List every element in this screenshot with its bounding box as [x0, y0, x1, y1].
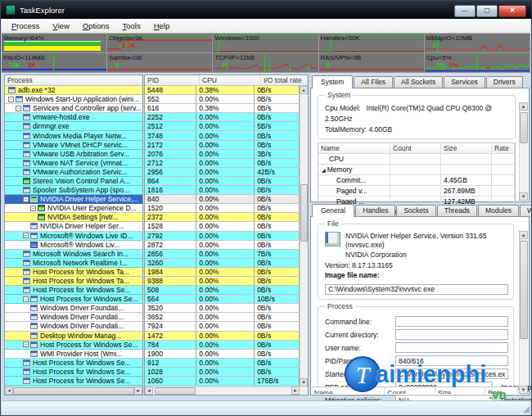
process-grid-row[interactable]: 7840.00%0B/s [145, 341, 300, 350]
process-cpu-cell[interactable]: 0.00% [196, 213, 255, 221]
process-grid-row[interactable]: 54480.38%0B/s [145, 86, 300, 95]
scrollbar-thumb[interactable] [13, 387, 134, 395]
process-grid-row[interactable]: 29560.00%42B/s [145, 168, 300, 177]
process-pid-cell[interactable]: 784 [145, 341, 196, 349]
expanded-triangle-icon[interactable]: ◢ [322, 167, 326, 173]
process-grid-row[interactable]: 36520.00%0B/s [145, 313, 300, 322]
process-grid-row[interactable]: 20760.00%3B/s [145, 150, 300, 159]
tab-drivers[interactable]: Drivers [486, 76, 523, 88]
process-grid-row[interactable]: 79240.00%0B/s [145, 322, 300, 331]
process-cpu-cell[interactable]: 0.00% [196, 150, 255, 158]
process-grid-row[interactable]: 19840.00%0B/s [145, 268, 300, 277]
process-pid-cell[interactable]: 1472 [145, 332, 196, 340]
tab-all-files[interactable]: All Files [354, 76, 393, 88]
process-row[interactable]: vmware-hostd.exe [5, 113, 142, 122]
tab-all-sockets[interactable]: All Sockets [394, 76, 443, 88]
process-pid-cell[interactable]: 3652 [145, 313, 196, 321]
process-grid-row[interactable]: 37480.00%0B/s [145, 131, 300, 140]
process-row[interactable]: -Host Process for Windows Se... [5, 341, 142, 350]
system-table-row[interactable]: ◢Memory [318, 165, 515, 175]
tab-sockets[interactable]: Sockets [396, 205, 435, 216]
tree-horizontal-scrollbar[interactable]: ◄ ► [5, 387, 142, 395]
process-row[interactable]: -Host Process for Windows Se... [5, 295, 142, 304]
process-grid-row[interactable]: 19000.00%0B/s [145, 350, 300, 359]
tab-handles[interactable]: Handles [355, 205, 395, 216]
process-grid-row[interactable]: 93880.00%0B/s [145, 277, 300, 286]
scrollbar-thumb[interactable] [300, 184, 308, 242]
scroll-down-icon[interactable]: ▼ [519, 192, 528, 201]
process-cpu-cell[interactable]: 0.00% [196, 113, 255, 121]
process-cpu-cell[interactable]: 0.00% [196, 322, 255, 330]
column-header-pid[interactable]: PID [145, 75, 200, 85]
process-pid-cell[interactable]: 1060 [145, 377, 196, 385]
process-io-cell[interactable]: 0B/s [255, 141, 300, 149]
process-row[interactable]: adb.exe *32 [5, 86, 142, 95]
scrollbar-thumb[interactable] [155, 387, 196, 395]
process-cpu-cell[interactable]: 0.00% [196, 186, 255, 194]
process-row[interactable]: VMware VMnet DHCP servic... [5, 141, 142, 150]
process-io-cell[interactable]: 0B/s [255, 113, 300, 121]
minimize-button[interactable]: — [454, 5, 476, 17]
system-column-size[interactable]: Size [441, 143, 492, 153]
process-row[interactable]: Spooler SubSystem App (spo... [5, 186, 142, 195]
resize-grip[interactable]: ◢ [523, 405, 530, 414]
process-pid-cell[interactable]: 1028 [145, 368, 196, 376]
title-bar[interactable]: TaskExplorer — ▢ ✕ [1, 1, 531, 19]
process-io-cell[interactable]: 0B/s [255, 268, 300, 276]
process-row[interactable]: NVIDIA Settings [nvtr... [5, 213, 142, 222]
process-io-cell[interactable]: 0B/s [255, 304, 300, 312]
tree-collapse-icon[interactable]: - [23, 197, 29, 202]
process-cpu-cell[interactable]: 0.00% [196, 177, 255, 185]
process-pid-cell[interactable]: 2956 [145, 168, 196, 176]
process-pid-cell[interactable]: 912 [145, 359, 196, 367]
grid-column-header[interactable]: PID CPU I/O total rate [145, 75, 308, 86]
process-cpu-cell[interactable]: 0.00% [196, 350, 255, 358]
process-cpu-cell[interactable]: 0.00% [196, 286, 255, 294]
process-io-cell[interactable]: 42B/s [255, 168, 300, 176]
process-grid-row[interactable]: 5520.00%0B/s [145, 95, 300, 104]
process-pid-cell[interactable]: 1520 [145, 204, 196, 212]
process-grid-row[interactable]: 9120.00%0B/s [145, 359, 300, 368]
process-cpu-cell[interactable]: 0.00% [196, 204, 255, 212]
graph-objects[interactable]: Objects<9K 2.0K 2.0K [107, 34, 213, 53]
process-row[interactable]: Host Process for Windows Ta... [5, 277, 142, 286]
tree-collapse-icon[interactable]: - [23, 233, 29, 238]
process-io-cell[interactable]: 0B/s [255, 131, 300, 139]
process-pid-cell[interactable]: 2172 [145, 141, 196, 149]
process-cpu-cell[interactable]: 0.00% [196, 313, 255, 321]
process-pid-cell[interactable]: 7924 [145, 322, 196, 330]
tab-services[interactable]: Services [444, 76, 485, 88]
system-column-count[interactable]: Count [390, 143, 441, 153]
process-io-cell[interactable]: 0B/s [255, 277, 300, 285]
process-pid-cell[interactable]: 1528 [145, 222, 196, 230]
process-cpu-cell[interactable]: 0.00% [196, 250, 255, 258]
scroll-up-icon[interactable]: ▲ [300, 86, 308, 94]
graph-memory[interactable]: Memory=64% [2, 34, 107, 53]
process-grid-row[interactable]: 14720.00%0B/s [145, 332, 300, 341]
process-grid-row[interactable]: 5640.00%10B/s [145, 295, 300, 304]
process-grid-row[interactable]: 10600.00%176B/s [145, 377, 300, 386]
column-header-process[interactable]: Process [5, 75, 142, 85]
process-cpu-cell[interactable]: 0.00% [196, 232, 255, 240]
process-cpu-cell[interactable]: 0.00% [196, 95, 255, 103]
tree-collapse-icon[interactable]: - [8, 97, 14, 102]
process-pid-cell[interactable]: 9388 [145, 277, 196, 285]
process-pid-cell[interactable]: 3520 [145, 304, 196, 312]
graph-handles[interactable]: Handles<50K [319, 34, 425, 53]
column-header-io[interactable]: I/O total rate [261, 75, 308, 85]
tree-column-header[interactable]: Process [5, 75, 142, 86]
process-grid-row[interactable]: 32600.00%0B/s [145, 259, 300, 268]
scrollbar-thumb[interactable] [520, 241, 528, 339]
process-cpu-cell[interactable]: 0.00% [196, 222, 255, 230]
process-io-cell[interactable]: 0B/s [255, 359, 300, 367]
process-grid-row[interactable]: 10280.00%0B/s [145, 368, 300, 377]
process-row[interactable]: -NVIDIA Driver Helper Service,... [5, 195, 142, 204]
process-grid-row[interactable]: 27120.00%0B/s [145, 159, 300, 168]
process-row[interactable]: -Services and Controller app (serv... [5, 104, 142, 113]
process-io-cell[interactable]: 7B/s [255, 250, 300, 258]
graph-windows[interactable]: Windows<1000 [213, 34, 318, 53]
tree-collapse-icon[interactable]: - [30, 206, 36, 211]
process-row[interactable]: Windows Driver Foundati... [5, 322, 142, 331]
system-column-rate[interactable]: Rate [492, 143, 515, 153]
process-row[interactable]: Microsoft Windows Search In... [5, 250, 142, 259]
